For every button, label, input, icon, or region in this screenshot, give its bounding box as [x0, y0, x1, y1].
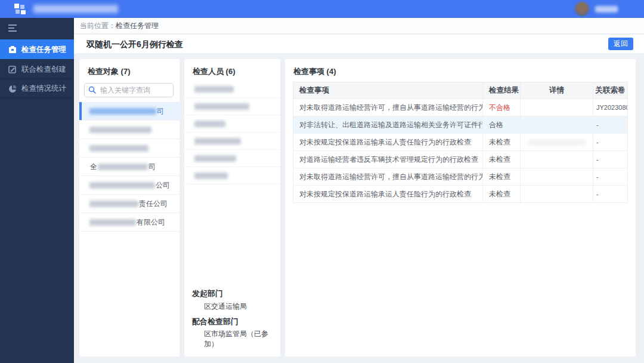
- person-item: [184, 167, 280, 184]
- back-button[interactable]: 返回: [608, 38, 633, 50]
- object-list-item[interactable]: [79, 121, 179, 139]
- app-title-redacted: [33, 5, 118, 13]
- cell-archive: -: [593, 134, 628, 151]
- company-name-suffix: 公司: [156, 180, 170, 190]
- redacted-person-name: [194, 86, 234, 93]
- redacted-company-name: [89, 219, 136, 226]
- cell-archive: -: [593, 151, 628, 168]
- top-header-bar: [0, 0, 644, 18]
- pie-chart-icon: [8, 85, 17, 93]
- cell-archive: -: [593, 116, 628, 134]
- cell-item: 对未按规定投保道路运输承运人责任险行为的行政检查: [293, 134, 483, 151]
- object-list-item[interactable]: [79, 139, 179, 158]
- redacted-person-name: [194, 173, 228, 179]
- sidebar-item-label: 检查情况统计: [21, 84, 66, 94]
- redacted-person-name: [194, 121, 225, 127]
- cell-result: 不合格: [483, 99, 521, 116]
- table-row: 对未按规定投保道路运输承运人责任险行为的行政检查 未检查 -: [293, 186, 628, 203]
- task-box-icon: [8, 45, 17, 54]
- person-item: [184, 81, 280, 98]
- search-icon: [88, 86, 96, 94]
- sidebar-item-label: 检查任务管理: [21, 45, 66, 55]
- cell-archive: -: [593, 168, 628, 186]
- cell-result: 未检查: [483, 168, 521, 186]
- inspect-items-table: 检查事项 检查结果 详情 关联索卷 对未取得道路运输经营许可，擅自从事道路运输经…: [293, 82, 628, 203]
- inspect-objects-title: 检查对象 (7): [79, 59, 179, 77]
- table-row: 对道路运输经营者违反车辆技术管理规定行为的行政检查 未检查 -: [293, 151, 628, 168]
- cell-archive: -: [593, 186, 628, 203]
- cell-archive: JY20230803015: [593, 99, 628, 116]
- cell-detail: [521, 168, 593, 186]
- cell-detail: [521, 186, 593, 203]
- company-name-suffix: 有限公司: [137, 217, 165, 227]
- sidebar-item-inspection-statistics[interactable]: 检查情况统计: [0, 79, 74, 99]
- sidebar-nav: 检查任务管理 联合检查创建 检查情况统计: [0, 18, 74, 363]
- cell-detail: [521, 116, 593, 134]
- object-list-item[interactable]: 有限公司: [79, 213, 179, 232]
- object-list-item[interactable]: 公司: [79, 176, 179, 195]
- cooperator-dept-label: 配合检查部门: [192, 316, 239, 327]
- breadcrumb-prefix: 当前位置：: [80, 21, 116, 31]
- table-row: 对未取得道路运输经营许可，擅自从事道路运输经营的行为的行政检查 不合格 JY20…: [293, 99, 628, 116]
- redacted-person-name: [194, 155, 236, 162]
- table-row: 对未按规定投保道路运输承运人责任险行为的行政检查 未检查 -: [293, 134, 628, 151]
- object-list-item[interactable]: 全 司: [79, 158, 179, 176]
- page-title-bar: 双随机一公开6月例行检查 返回: [74, 35, 644, 53]
- company-name-suffix: 司: [157, 106, 164, 116]
- breadcrumb: 当前位置： 检查任务管理: [74, 18, 644, 34]
- company-name-prefix: 全: [90, 162, 97, 172]
- breadcrumb-current: 检查任务管理: [116, 21, 159, 31]
- object-list-item[interactable]: 责任公司: [79, 195, 179, 213]
- person-item: [184, 115, 280, 133]
- initiator-dept-value: 区交通运输局: [204, 302, 247, 312]
- sidebar-collapse-icon[interactable]: [0, 18, 74, 39]
- cooperator-dept-value: 区市场监管局（已参加）: [204, 329, 280, 349]
- redacted-detail: [528, 140, 586, 144]
- cell-result: 合格: [483, 116, 521, 134]
- keyword-search-input[interactable]: [84, 83, 174, 97]
- redacted-person-name: [194, 138, 241, 144]
- initiator-dept-label: 发起部门: [192, 288, 223, 299]
- redacted-company-name: [89, 201, 138, 207]
- redacted-company-name: [89, 145, 148, 152]
- inspect-items-title: 检查事项 (4): [285, 59, 636, 77]
- create-edit-icon: [8, 65, 17, 73]
- user-avatar[interactable]: [575, 2, 589, 16]
- person-item: [184, 133, 280, 150]
- col-header-result: 检查结果: [483, 82, 521, 99]
- redacted-company-name: [89, 127, 151, 133]
- app-window: 检查任务管理 联合检查创建 检查情况统计 当前位置： 检查任务管理 双随机一公开…: [0, 0, 644, 363]
- cell-item: 对未取得道路运输经营许可，擅自从事道路运输经营的行为的行政检查: [293, 99, 483, 116]
- username-redacted[interactable]: [595, 6, 618, 13]
- table-row: 对非法转让、出租道路运输及道路运输相关业务许可证件行为的行政检查 合格 -: [293, 116, 628, 134]
- cell-item: 对未按规定投保道路运输承运人责任险行为的行政检查: [293, 186, 483, 203]
- redacted-person-name: [194, 103, 249, 110]
- inspect-items-panel: 检查事项 (4) 检查事项 检查结果 详情 关联索卷 对未取得道路运输经营许可，…: [285, 59, 636, 356]
- cell-detail: [521, 134, 593, 151]
- cell-result: 未检查: [483, 186, 521, 203]
- sidebar-item-joint-inspection-create[interactable]: 联合检查创建: [0, 59, 74, 79]
- cell-item: 对非法转让、出租道路运输及道路运输相关业务许可证件行为的行政检查: [293, 116, 483, 134]
- cell-item: 对未取得道路运输经营许可，擅自从事道路运输经营的行为的行政检查: [293, 168, 483, 186]
- app-logo-icon: [13, 2, 27, 16]
- company-name-suffix: 司: [148, 162, 156, 172]
- cell-result: 未检查: [483, 134, 521, 151]
- inspect-objects-panel: 检查对象 (7) 司 全 司 公司 责任公司: [79, 59, 179, 356]
- sidebar-item-inspection-task-management[interactable]: 检查任务管理: [0, 39, 74, 59]
- person-item: [184, 150, 280, 167]
- cell-detail: [521, 151, 593, 168]
- sidebar-item-label: 联合检查创建: [21, 64, 66, 75]
- company-name-suffix: 责任公司: [139, 199, 168, 209]
- col-header-item: 检查事项: [293, 82, 483, 99]
- col-header-archive: 关联索卷: [593, 82, 628, 99]
- redacted-company-name: [89, 108, 156, 115]
- cell-item: 对道路运输经营者违反车辆技术管理规定行为的行政检查: [293, 151, 483, 168]
- person-item: [184, 98, 280, 115]
- cell-result: 未检查: [483, 151, 521, 168]
- object-list-item[interactable]: 司: [79, 102, 179, 121]
- table-header-row: 检查事项 检查结果 详情 关联索卷: [293, 82, 628, 99]
- page-title: 双随机一公开6月例行检查: [86, 39, 183, 50]
- redacted-company-name: [89, 182, 155, 189]
- inspectors-title: 检查人员 (6): [184, 59, 280, 77]
- table-row: 对未取得道路运输经营许可，擅自从事道路运输经营的行为的行政检查 未检查 -: [293, 168, 628, 186]
